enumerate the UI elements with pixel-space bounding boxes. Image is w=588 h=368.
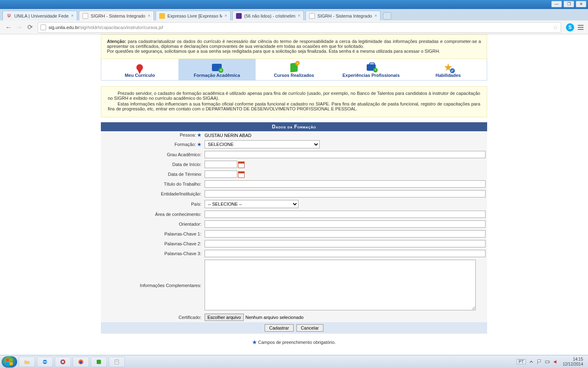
tab-close-icon[interactable]: ×: [69, 13, 75, 18]
browser-tab-unila[interactable]: U UNILA | Universidade Fede ×: [2, 11, 77, 20]
input-palavras-chave-1[interactable]: [205, 230, 486, 238]
page-icon: [40, 25, 46, 30]
skype-extension-icon[interactable]: S: [566, 23, 574, 31]
tab-title: SIGRH - Sistema Integrado: [317, 13, 372, 18]
select-pais[interactable]: -- SELECIONE --: [205, 200, 298, 208]
svg-point-7: [62, 361, 64, 362]
svg-rect-13: [116, 362, 118, 362]
nav-reload-icon[interactable]: ⟳: [25, 23, 34, 32]
folder-icon: [24, 359, 30, 365]
favicon-doc: [82, 13, 88, 19]
svg-rect-14: [546, 361, 549, 363]
cadastrar-button[interactable]: Cadastrar: [265, 324, 293, 332]
browser-tab-strip: U UNILA | Universidade Fede × SIGRH - Si…: [0, 9, 588, 20]
tab-cursos-realizados[interactable]: Cursos Realizados: [256, 59, 333, 80]
green-app-icon: [96, 359, 102, 365]
windows-logo-icon: [6, 358, 13, 366]
textarea-info-complementares[interactable]: [205, 260, 476, 310]
calendar-icon[interactable]: [238, 171, 245, 178]
svg-rect-3: [10, 362, 13, 365]
label-info-compl: Informações Complementares:: [101, 258, 203, 312]
svg-rect-15: [549, 361, 550, 362]
svg-rect-0: [6, 358, 9, 361]
value-pessoa: GUSTAU NERIN ABAD: [205, 133, 252, 138]
firefox-icon: [78, 359, 84, 365]
input-palavras-chave-3[interactable]: [205, 250, 486, 257]
tab-habilidades[interactable]: Habilidades: [410, 59, 487, 80]
tab-experiencias[interactable]: Experiências Profissionais: [332, 59, 410, 80]
browser-tab-sigrh2[interactable]: SIGRH - Sistema Integrado ×: [305, 11, 381, 20]
nav-forward-icon[interactable]: →: [15, 23, 24, 32]
select-formacao[interactable]: SELECIONE: [205, 140, 320, 148]
volume-icon[interactable]: [553, 359, 559, 365]
input-titulo-trabalho[interactable]: [205, 180, 486, 188]
clock-time: 14:15: [563, 357, 583, 362]
required-note-text: Campos de preenchimento obrigatório.: [257, 340, 336, 345]
tab-close-icon[interactable]: ×: [146, 13, 152, 18]
notice-line1: para cadastrar/atualizar os dados do cur…: [107, 39, 481, 49]
taskbar-clock[interactable]: 14:15 12/12/2014: [561, 357, 586, 367]
file-choose-button[interactable]: Escolher arquivo: [205, 314, 244, 321]
cancelar-button[interactable]: Cancelar: [296, 324, 323, 332]
favicon-expresso: [159, 13, 165, 19]
taskbar-firefox[interactable]: [73, 357, 89, 367]
tab-close-icon[interactable]: ×: [296, 13, 302, 18]
label-entidade: Entidade/Instituição:: [101, 189, 203, 199]
tab-close-icon[interactable]: ×: [373, 13, 379, 18]
info-notice: Prezado servidor, o cadastro de formação…: [101, 86, 487, 117]
omnibox[interactable]: sig.unila.edu.br/sigrh/ddrh/capacitacao/…: [38, 22, 561, 33]
os-minimize-button[interactable]: —: [551, 1, 562, 7]
browser-tab-sigrh-active[interactable]: SIGRH - Sistema Integrado ×: [79, 11, 154, 20]
bookmark-star-icon[interactable]: ☆: [553, 24, 558, 31]
doc-app-icon: [114, 359, 120, 365]
label-data-termino: Data de Término: [101, 169, 203, 179]
tab-title: (56 não lidos) - cristinelim: [244, 13, 295, 18]
taskbar-app1[interactable]: [91, 357, 107, 367]
tab-meu-curriculo[interactable]: Meu Currículo: [101, 59, 178, 80]
label-pc1: Palavras-Chave 1:: [101, 229, 203, 239]
tray-up-icon[interactable]: [528, 359, 534, 365]
browser-tab-expresso[interactable]: Expresso Livre [Expresso M ×: [156, 11, 231, 20]
browser-tab-mail[interactable]: (56 não lidos) - cristinelim ×: [232, 11, 304, 20]
taskbar-app2[interactable]: [109, 357, 125, 367]
label-pessoa: Pessoa:: [180, 132, 196, 137]
notice-line2: Por questões de segurança, solicitamos q…: [107, 49, 440, 54]
tab-title: SIGRH - Sistema Integrado: [91, 13, 145, 18]
label-titulo-trabalho: Título do Trabalho:: [101, 179, 203, 189]
input-grau-academico[interactable]: [205, 151, 486, 158]
input-entidade[interactable]: [205, 190, 486, 197]
input-palavras-chave-2[interactable]: [205, 240, 486, 247]
info-p1: Prezado servidor, o cadastro de formação…: [108, 91, 480, 101]
os-close-button[interactable]: ✕: [576, 1, 586, 7]
tab-label: Cursos Realizados: [257, 73, 331, 78]
input-data-inicio[interactable]: [205, 161, 237, 168]
start-button[interactable]: [2, 356, 17, 368]
language-indicator[interactable]: PT: [517, 359, 526, 364]
tab-label: Formação Acadêmica: [180, 73, 254, 78]
page-viewport[interactable]: Atenção: para cadastrar/atualizar os dad…: [0, 34, 588, 355]
taskbar-ie[interactable]: [37, 357, 53, 367]
label-pais: País:: [101, 199, 203, 209]
input-orientador[interactable]: [205, 220, 486, 228]
favicon-unila: U: [6, 13, 12, 19]
taskbar-explorer[interactable]: [19, 357, 35, 367]
tab-close-icon[interactable]: ×: [223, 13, 229, 18]
book-plus-icon: [212, 64, 222, 71]
nav-back-icon[interactable]: ←: [4, 23, 13, 32]
url-host: sig.unila.edu.br: [49, 25, 79, 30]
tab-formacao-academica[interactable]: Formação Acadêmica: [178, 59, 256, 80]
taskbar-chrome[interactable]: [55, 357, 71, 367]
battery-icon[interactable]: [545, 359, 550, 365]
flag-icon[interactable]: [537, 359, 542, 365]
new-tab-button[interactable]: [383, 12, 391, 20]
input-data-termino[interactable]: [205, 171, 237, 178]
required-star-icon: ★: [197, 142, 201, 147]
input-area-conhecimento[interactable]: [205, 211, 486, 218]
os-maximize-button[interactable]: ❐: [564, 1, 574, 7]
calendar-icon[interactable]: [238, 162, 245, 168]
label-certificado: Certificado:: [101, 312, 203, 322]
chrome-menu-icon[interactable]: [577, 23, 585, 31]
star-check-icon: [444, 63, 452, 72]
os-titlebar: — ❐ ✕: [0, 0, 588, 9]
required-fields-note: ★ Campos de preenchimento obrigatório.: [101, 334, 487, 355]
